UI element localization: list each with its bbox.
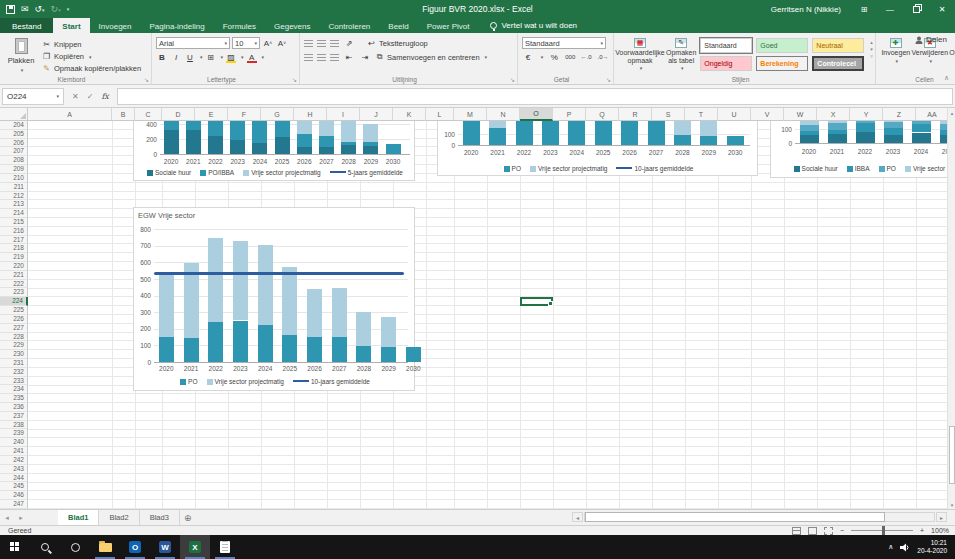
collapse-ribbon-icon[interactable]: ∧	[944, 74, 949, 82]
align-bottom-icon[interactable]	[330, 40, 339, 47]
enter-icon[interactable]: ✓	[87, 92, 94, 101]
speaker-icon[interactable]	[900, 543, 910, 552]
column-header-X[interactable]: X	[817, 108, 850, 121]
increase-decimal-icon[interactable]: ←.0	[580, 51, 592, 63]
merge-center-button[interactable]: ⧉Samenvoegen en centreren▾	[375, 52, 487, 63]
chart-sociale-huur-5jaars[interactable]: 4002000202020212022202320242025202620272…	[133, 121, 415, 181]
orientation-icon[interactable]: ⇗	[343, 37, 355, 49]
percent-style-icon[interactable]: %	[548, 51, 560, 63]
outlook-icon[interactable]: O	[120, 535, 150, 559]
tab-controleren[interactable]: Controleren	[319, 18, 379, 33]
font-dialog-launcher-icon[interactable]: ↘	[292, 76, 297, 83]
zoom-level[interactable]: 100%	[931, 527, 949, 534]
scroll-left-icon[interactable]: ◂	[572, 512, 583, 522]
styles-gallery-more-icon[interactable]: ▿	[870, 53, 873, 59]
bold-button[interactable]: B	[156, 51, 168, 63]
column-header-Q[interactable]: Q	[586, 108, 619, 121]
number-dialog-launcher-icon[interactable]: ↘	[606, 76, 611, 83]
column-header-E[interactable]: E	[195, 108, 228, 121]
column-header-I[interactable]: I	[327, 108, 360, 121]
increase-font-icon[interactable]: A˄	[262, 37, 274, 49]
grid-area[interactable]: 2042052062072082092102112122132142152162…	[0, 121, 947, 509]
zoom-slider[interactable]	[851, 530, 913, 531]
worksheet[interactable]: ABCDEFGHIJKLMNOPQRSTUVWXYZAA 20420520620…	[0, 108, 947, 509]
column-header-V[interactable]: V	[751, 108, 784, 121]
styles-gallery-up-icon[interactable]: ▴	[870, 39, 873, 45]
share-button[interactable]: Delen	[915, 35, 947, 44]
column-header-K[interactable]: K	[393, 108, 426, 121]
conditional-formatting-button[interactable]: ▦ Voorwaardelijke opmaak▾	[618, 36, 662, 73]
align-top-icon[interactable]	[304, 40, 313, 47]
column-header-U[interactable]: U	[718, 108, 751, 121]
column-header-P[interactable]: P	[553, 108, 586, 121]
column-header-B[interactable]: B	[112, 108, 135, 121]
number-format-select[interactable]: Standaard▾	[522, 37, 606, 49]
formula-input[interactable]	[117, 88, 953, 105]
search-icon[interactable]	[30, 535, 60, 559]
zoom-in-icon[interactable]: +	[920, 527, 924, 534]
sheet-nav-right-icon[interactable]: ▸	[14, 510, 28, 525]
column-header-M[interactable]: M	[454, 108, 487, 121]
align-right-icon[interactable]	[330, 54, 339, 61]
style-goed[interactable]: Goed	[756, 38, 808, 53]
comma-style-icon[interactable]: 000	[565, 54, 575, 60]
normal-view-icon[interactable]	[792, 527, 801, 535]
horizontal-scrollbar[interactable]: ◂ ▸	[572, 511, 947, 523]
vertical-scrollbar[interactable]: ▴ ▾	[947, 108, 955, 509]
font-size-select[interactable]: 10▾	[232, 37, 260, 49]
word-icon[interactable]: W	[150, 535, 180, 559]
page-break-view-icon[interactable]	[824, 527, 833, 535]
column-header-Z[interactable]: Z	[883, 108, 916, 121]
decrease-decimal-icon[interactable]: .0→	[597, 51, 609, 63]
notepad-icon[interactable]	[210, 535, 240, 559]
tab-start[interactable]: Start	[53, 18, 89, 33]
column-header-A[interactable]: A	[28, 108, 112, 121]
task-view-icon[interactable]	[60, 535, 90, 559]
page-layout-view-icon[interactable]	[808, 527, 817, 535]
column-header-AA[interactable]: AA	[916, 108, 947, 121]
align-middle-icon[interactable]	[317, 40, 326, 47]
restore-button[interactable]	[903, 0, 929, 18]
underline-button[interactable]: U	[184, 51, 196, 63]
tab-beeld[interactable]: Beeld	[379, 18, 417, 33]
column-header-G[interactable]: G	[261, 108, 294, 121]
tell-me-box[interactable]: Vertel wat u wilt doen	[478, 18, 577, 33]
column-header-J[interactable]: J	[360, 108, 393, 121]
minimize-button[interactable]: —	[877, 0, 903, 18]
column-header-W[interactable]: W	[784, 108, 817, 121]
chart-vier-series[interactable]: 10002020202120222023202420252026Sociale …	[770, 121, 947, 178]
scroll-right-icon[interactable]: ▸	[936, 512, 947, 522]
cut-button[interactable]: ✂Knippen	[42, 39, 141, 50]
selected-cell[interactable]	[520, 297, 553, 306]
insert-function-icon[interactable]: fx	[101, 92, 108, 101]
styles-gallery-down-icon[interactable]: ▾	[870, 46, 873, 52]
scroll-up-icon[interactable]: ▴	[948, 108, 955, 117]
excel-icon[interactable]: X	[180, 535, 210, 559]
style-berekening[interactable]: Berekening	[756, 56, 808, 71]
chart-po-10jaars[interactable]: 1000202020212022202320242025202620272028…	[437, 121, 758, 176]
clock[interactable]: 10:21 20-4-2020	[917, 539, 947, 555]
column-header-F[interactable]: F	[228, 108, 261, 121]
new-sheet-button[interactable]: ⊕	[180, 510, 196, 525]
italic-button[interactable]: I	[170, 51, 182, 63]
column-headers[interactable]: ABCDEFGHIJKLMNOPQRSTUVWXYZAA	[28, 108, 947, 121]
tray-expand-icon[interactable]: ∧	[888, 543, 893, 551]
zoom-out-icon[interactable]: −	[840, 527, 844, 534]
tab-gegevens[interactable]: Gegevens	[265, 18, 319, 33]
column-header-O[interactable]: O	[520, 108, 553, 121]
sheet-tab-blad2[interactable]: Blad2	[99, 510, 139, 525]
start-icon[interactable]	[0, 535, 30, 559]
column-header-R[interactable]: R	[619, 108, 652, 121]
copy-button[interactable]: ❐Kopiëren▾	[42, 51, 141, 62]
scroll-down-icon[interactable]: ▾	[948, 500, 955, 509]
accounting-format-icon[interactable]: €	[522, 51, 534, 63]
style-ongeldig[interactable]: Ongeldig	[700, 56, 752, 71]
style-neutraal[interactable]: Neutraal	[812, 38, 864, 53]
wrap-text-button[interactable]: ↩Tekstterugloop	[367, 38, 428, 49]
format-cells-button[interactable]: ▤ Opmaak▾	[948, 36, 955, 65]
tab-pagina-indeling[interactable]: Pagina-indeling	[141, 18, 214, 33]
name-box[interactable]: O224▾	[2, 88, 64, 105]
align-left-icon[interactable]	[304, 54, 313, 61]
column-header-C[interactable]: C	[135, 108, 162, 121]
tab-bestand[interactable]: Bestand	[0, 18, 53, 33]
